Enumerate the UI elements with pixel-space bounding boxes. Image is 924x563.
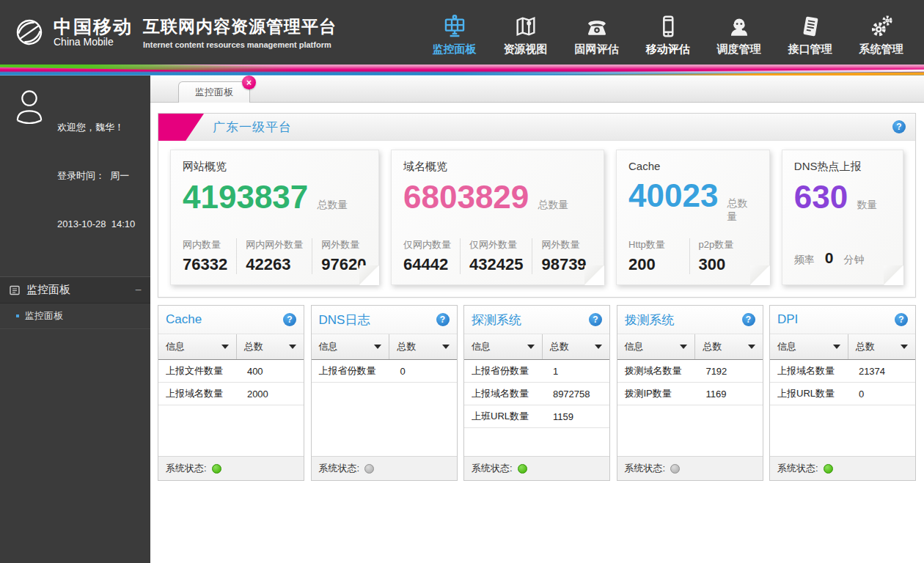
column-header-total[interactable]: 总数 [389, 334, 456, 359]
status-dot [824, 464, 833, 474]
nav-item-monitor-dashboard[interactable]: 监控面板 [419, 8, 490, 56]
panel-table-header: 信息 总数 [464, 334, 609, 360]
card-substats: 网内数量 76332 网内网外数量 42263 网外数量 97620 [183, 238, 367, 274]
login-datetime: 2013-10-28 14:10 [57, 216, 135, 232]
column-header-total[interactable]: 总数 [695, 334, 762, 359]
column-label: 信息 [777, 340, 796, 353]
column-header-info[interactable]: 信息 [312, 334, 390, 359]
nav-item-resource-view[interactable]: 资源视图 [490, 8, 561, 56]
sidebar-item-monitor-dashboard[interactable]: 监控面板 [0, 303, 150, 329]
help-icon[interactable]: ? [436, 313, 450, 326]
substat-value: 42263 [246, 255, 303, 274]
panel-title-row: DNS日志 ? [312, 306, 457, 334]
sort-arrow-icon [289, 345, 296, 349]
card-total-row: 6803829 总数量 [403, 180, 592, 215]
table-row: 上报省份数量 1 [464, 360, 609, 383]
user-text: 欢迎您，魏华！ 登录时间： 周一 2013-10-28 14:10 [57, 87, 135, 265]
column-header-info[interactable]: 信息 [617, 334, 696, 359]
collapse-icon[interactable]: − [135, 284, 142, 297]
card-dns-hotspot: DNS热点上报 630 数量 频率 0 分钟 [782, 150, 903, 285]
card-total-row: 40023 总数量 [628, 178, 758, 224]
substat: 仅网内数量 64442 [403, 238, 460, 274]
avatar-icon [10, 87, 48, 128]
row-label: 上报域名数量 [158, 387, 237, 400]
close-icon[interactable]: × [242, 76, 256, 89]
sidebar-menu-header-monitor[interactable]: 监控面板 − [0, 276, 150, 303]
help-icon[interactable]: ? [892, 120, 906, 133]
nav-item-system-mgmt[interactable]: 系统管理 [846, 8, 917, 56]
card-total-value: 6803829 [403, 180, 529, 215]
card-title: DNS热点上报 [794, 160, 891, 174]
decorative-ribbon [0, 65, 924, 76]
panel-dns-log: DNS日志 ? 信息 总数 [311, 305, 458, 481]
nav-item-mobile-eval[interactable]: 移动评估 [632, 8, 703, 56]
column-header-total[interactable]: 总数 [543, 334, 609, 359]
frequency-label: 频率 [794, 254, 815, 267]
column-header-info[interactable]: 信息 [770, 334, 848, 359]
gears-icon [869, 12, 894, 40]
row-label: 上报URL数量 [770, 387, 848, 400]
banner-flag-accent [158, 114, 204, 141]
frequency-value: 0 [825, 249, 834, 267]
substat: 网内网外数量 42263 [236, 238, 312, 274]
login-time-label: 登录时间： 周一 [57, 168, 135, 184]
column-header-total[interactable]: 总数 [848, 334, 915, 359]
nav-item-dispatch-mgmt[interactable]: 调度管理 [703, 8, 774, 56]
card-title: 网站概览 [183, 160, 367, 174]
help-icon[interactable]: ? [589, 313, 602, 326]
table-row: 上报域名数量 8972758 [464, 383, 609, 405]
substat-label: Http数量 [628, 238, 681, 251]
substat-value: 64442 [403, 255, 451, 274]
help-icon[interactable]: ? [283, 313, 296, 326]
nav-item-fixed-network-eval[interactable]: 固网评估 [561, 8, 632, 56]
panel-title: Cache [166, 312, 202, 327]
panel-table-header: 信息 总数 [158, 334, 304, 360]
list-icon [9, 284, 21, 296]
sort-arrow-icon [901, 345, 908, 349]
panel-rows: 上报省份数量 1 上报域名数量 8972758 上班URL数量 1159 [464, 360, 609, 456]
card-total-label: 总数量 [317, 199, 348, 212]
nav-item-interface-mgmt[interactable]: 接口管理 [774, 8, 846, 56]
substat-value: 200 [628, 255, 681, 274]
substat: 仅网外数量 432425 [460, 238, 532, 274]
column-header-info[interactable]: 信息 [464, 334, 543, 359]
phone-icon [584, 12, 609, 40]
status-label: 系统状态: [472, 462, 513, 475]
column-header-total[interactable]: 总数 [237, 334, 304, 359]
panel-status-bar: 系统状态: [617, 456, 763, 480]
top-nav: 监控面板 资源视图 [419, 8, 924, 56]
panel-probe-system: 探测系统 ? 信息 总数 [463, 305, 610, 481]
section-title: 广东一级平台 [213, 119, 292, 136]
sidebar: 欢迎您，魏华！ 登录时间： 周一 2013-10-28 14:10 监控面板 −… [0, 76, 150, 563]
panel-dpi: DPI ? 信息 总数 [769, 305, 916, 481]
row-value: 7192 [695, 366, 727, 377]
row-value: 0 [389, 366, 405, 377]
card-total-value: 630 [794, 180, 848, 215]
column-header-info[interactable]: 信息 [158, 334, 237, 359]
sidebar-item-label: 监控面板 [25, 309, 63, 323]
panel-cache: Cache ? 信息 总数 [158, 305, 304, 481]
brand-name-cn: 中国移动 [54, 17, 133, 36]
row-value: 2000 [237, 389, 268, 400]
tab-bar: 监控面板 × [150, 76, 924, 103]
column-label: 信息 [625, 340, 644, 353]
help-icon[interactable]: ? [895, 313, 908, 326]
status-label: 系统状态: [777, 462, 818, 475]
substat-label: p2p数量 [699, 238, 749, 251]
panel-title-row: DPI ? [770, 306, 915, 334]
panel-title-row: 拨测系统 ? [617, 306, 763, 334]
row-label: 上报域名数量 [770, 364, 848, 378]
help-icon[interactable]: ? [742, 313, 755, 326]
column-label: 总数 [550, 340, 569, 353]
substat: 网内数量 76332 [183, 238, 236, 274]
card-total-label: 总数量 [727, 197, 758, 224]
document-icon [798, 12, 823, 40]
system-panels: Cache ? 信息 总数 [158, 305, 916, 481]
panel-table-header: 信息 总数 [770, 334, 915, 360]
card-total-value: 4193837 [183, 180, 308, 215]
row-value: 1169 [695, 389, 726, 400]
headset-icon [727, 12, 752, 40]
tab-monitor-dashboard[interactable]: 监控面板 × [178, 81, 250, 103]
row-value: 400 [237, 366, 263, 377]
column-label: 信息 [319, 340, 338, 353]
